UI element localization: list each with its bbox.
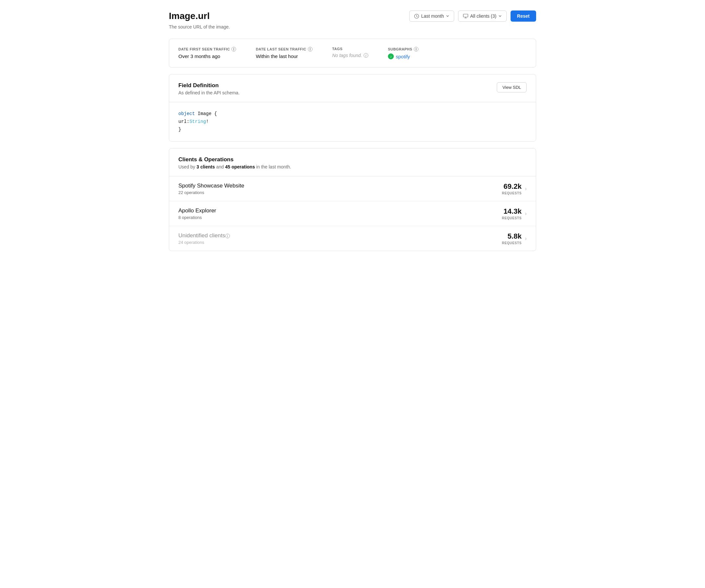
operations-count: 45 operations (225, 164, 255, 169)
traffic-last-seen: DATE LAST SEEN TRAFFIC i Within the last… (256, 47, 313, 59)
last-seen-info-icon: i (308, 47, 313, 51)
code-open-brace: { (214, 111, 217, 116)
code-image-name: Image (195, 111, 214, 116)
client-filter-dropdown[interactable]: All clients (3) (458, 10, 507, 21)
requests-count: 69.2k (502, 182, 522, 191)
unidentified-info-icon: i (225, 234, 230, 238)
subgraphs-label: SUBGRAPHS i (388, 47, 418, 51)
page-header: Image.url Last month All clients (3) (169, 10, 536, 21)
first-seen-info-icon: i (232, 47, 236, 51)
chevron-right-icon: › (525, 211, 527, 217)
time-filter-label: Last month (421, 13, 444, 19)
client-filter-label: All clients (3) (470, 13, 497, 19)
code-field: url (178, 119, 187, 124)
chevron-down-icon-2 (499, 14, 502, 18)
client-operations: 24 operations (178, 240, 230, 245)
tags-info-icon: i (364, 53, 368, 58)
traffic-first-seen: DATE FIRST SEEN TRAFFIC i Over 3 months … (178, 47, 236, 59)
code-bang: ! (206, 119, 208, 124)
subgraphs-info-icon: i (414, 47, 418, 51)
last-seen-label: DATE LAST SEEN TRAFFIC i (256, 47, 313, 51)
client-info: Unidentified clientsi 24 operations (178, 232, 230, 245)
client-row[interactable]: Unidentified clientsi 24 operations 5.8k… (169, 226, 536, 251)
client-requests: 14.3k REQUESTS › (502, 207, 527, 220)
client-name: Unidentified clientsi (178, 232, 230, 239)
tags-value: No tags found. i (332, 53, 368, 58)
clients-count: 3 clients (196, 164, 215, 169)
field-def-text: Field Definition As defined in the API s… (178, 82, 240, 95)
code-close-brace: } (178, 127, 181, 132)
traffic-card: DATE FIRST SEEN TRAFFIC i Over 3 months … (169, 39, 536, 67)
client-name: Spotify Showcase Website (178, 183, 244, 189)
clients-subtitle: Used by 3 clients and 45 operations in t… (178, 164, 527, 169)
requests-count: 14.3k (502, 207, 522, 216)
client-info: Apollo Explorer 8 operations (178, 207, 216, 220)
page-subtitle: The source URL of the image. (169, 24, 536, 30)
code-type-string: String (190, 119, 206, 124)
subgraph-link[interactable]: spotify (396, 54, 410, 59)
client-row[interactable]: Spotify Showcase Website 22 operations 6… (169, 176, 536, 201)
requests-label: REQUESTS (502, 191, 522, 195)
chevron-right-icon: › (525, 236, 527, 242)
chevron-down-icon (446, 14, 449, 18)
clients-header: Clients & Operations Used by 3 clients a… (169, 148, 536, 176)
subgraphs-value: ♪ spotify (388, 53, 418, 59)
spotify-icon: ♪ (388, 53, 394, 59)
field-def-subtitle: As defined in the API schema. (178, 90, 240, 95)
svg-rect-1 (463, 14, 468, 17)
client-requests: 5.8k REQUESTS › (502, 232, 527, 245)
header-controls: Last month All clients (3) Reset (409, 10, 536, 21)
clients-title: Clients & Operations (178, 156, 527, 163)
view-sdl-button[interactable]: View SDL (497, 82, 527, 92)
field-definition-card: Field Definition As defined in the API s… (169, 74, 536, 142)
traffic-subgraphs: SUBGRAPHS i ♪ spotify (388, 47, 418, 59)
clients-operations-card: Clients & Operations Used by 3 clients a… (169, 148, 536, 251)
client-info: Spotify Showcase Website 22 operations (178, 183, 244, 195)
first-seen-value: Over 3 months ago (178, 53, 236, 59)
chevron-right-icon: › (525, 186, 527, 192)
code-block: object Image { url:String! } (169, 102, 536, 141)
code-keyword-object: object (178, 111, 195, 116)
clients-icon (463, 14, 468, 18)
requests-label: REQUESTS (502, 216, 522, 220)
first-seen-label: DATE FIRST SEEN TRAFFIC i (178, 47, 236, 51)
client-operations: 22 operations (178, 190, 244, 195)
field-def-title: Field Definition (178, 82, 240, 89)
requests-label: REQUESTS (502, 241, 522, 245)
last-seen-value: Within the last hour (256, 53, 313, 59)
tags-label: TAGS (332, 47, 368, 51)
client-operations: 8 operations (178, 215, 216, 220)
traffic-tags: TAGS No tags found. i (332, 47, 368, 59)
time-filter-dropdown[interactable]: Last month (409, 10, 454, 21)
client-requests: 69.2k REQUESTS › (502, 182, 527, 195)
requests-count: 5.8k (502, 232, 522, 241)
client-name: Apollo Explorer (178, 207, 216, 214)
client-row[interactable]: Apollo Explorer 8 operations 14.3k REQUE… (169, 201, 536, 226)
page-title: Image.url (169, 11, 209, 21)
clock-icon (414, 14, 419, 19)
reset-button[interactable]: Reset (511, 10, 536, 21)
code-colon: : (187, 119, 189, 124)
clients-list: Spotify Showcase Website 22 operations 6… (169, 176, 536, 251)
field-def-header: Field Definition As defined in the API s… (169, 75, 536, 102)
